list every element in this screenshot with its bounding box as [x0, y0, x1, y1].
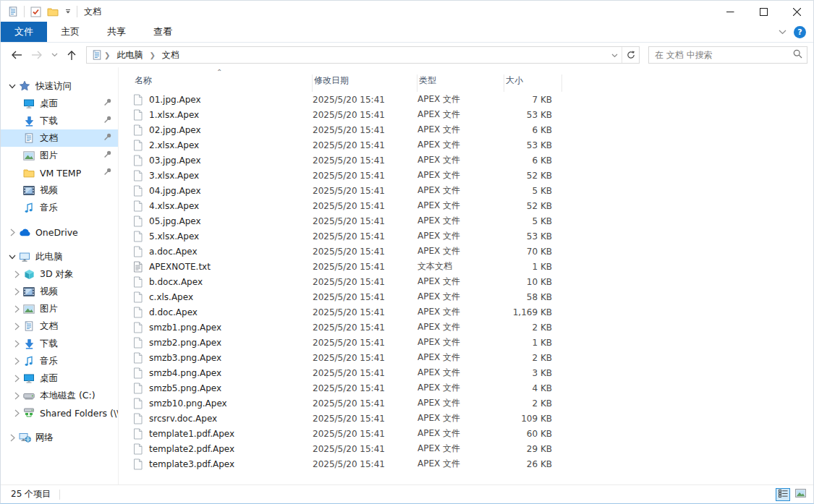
sidebar-item-local-disk-c[interactable]: 本地磁盘 (C:)	[1, 387, 118, 404]
qat-dropdown-arrow-icon[interactable]	[64, 6, 72, 17]
file-icon	[133, 322, 144, 333]
thumbnail-view-icon	[795, 489, 806, 500]
refresh-icon[interactable]	[622, 47, 639, 63]
checkmark-box-icon[interactable]	[30, 6, 41, 17]
breadcrumb-documents[interactable]: 文档	[157, 47, 185, 63]
file-size: 1,169 KB	[504, 307, 556, 317]
file-row[interactable]: 04.jpg.Apex2025/5/20 15:41APEX 文件5 KB	[119, 183, 813, 198]
file-row[interactable]: smzb5.png.Apex2025/5/20 15:41APEX 文件4 KB	[119, 380, 813, 396]
search-icon[interactable]	[793, 49, 802, 61]
file-size: 4 KB	[504, 383, 556, 393]
file-row[interactable]: smzb2.png.Apex2025/5/20 15:41APEX 文件1 KB	[119, 335, 813, 350]
chevron-right-icon[interactable]	[7, 228, 18, 236]
file-row[interactable]: 03.jpg.Apex2025/5/20 15:41APEX 文件6 KB	[119, 153, 813, 168]
column-header-size[interactable]: 大小	[504, 74, 562, 92]
search-input[interactable]	[655, 50, 793, 60]
chevron-right-icon[interactable]	[11, 305, 22, 313]
file-icon	[133, 170, 144, 181]
sidebar-item-3d-objects[interactable]: 3D 对象	[1, 265, 118, 283]
close-button[interactable]	[780, 1, 813, 22]
file-row[interactable]: smzb10.png.Apex2025/5/20 15:41APEX 文件2 K…	[119, 396, 813, 411]
address-bar[interactable]: ❯ 此电脑 ❯ 文档	[86, 46, 640, 64]
help-icon[interactable]: ?	[794, 26, 806, 38]
sidebar-item-quick-access[interactable]: 快速访问	[1, 77, 118, 95]
sidebar-item-network[interactable]: 网络	[1, 429, 118, 446]
chevron-down-icon[interactable]	[7, 255, 18, 260]
breadcrumb-chevron-icon[interactable]: ❯	[148, 51, 156, 59]
sidebar-item-label: 音乐	[40, 202, 58, 214]
folder-icon[interactable]	[47, 6, 59, 17]
sidebar-item-desktop[interactable]: 桌面	[1, 370, 118, 387]
file-icon	[133, 155, 144, 166]
chevron-right-icon[interactable]	[11, 357, 22, 365]
sidebar-item-this-pc[interactable]: 此电脑	[1, 248, 118, 265]
file-row[interactable]: 3.xlsx.Apex2025/5/20 15:41APEX 文件52 KB	[119, 168, 813, 183]
tab-share[interactable]: 共享	[93, 22, 140, 42]
sidebar-item-downloads[interactable]: 下载	[1, 335, 118, 352]
back-button[interactable]	[8, 46, 25, 64]
file-row[interactable]: template1.pdf.Apex2025/5/20 15:41APEX 文件…	[119, 426, 813, 441]
sidebar-item-pictures[interactable]: 图片	[1, 300, 118, 317]
column-header-type[interactable]: 类型	[417, 74, 504, 92]
sidebar-item-onedrive[interactable]: OneDrive	[1, 223, 118, 241]
chevron-right-icon[interactable]	[7, 434, 18, 442]
chevron-right-icon[interactable]	[11, 375, 22, 383]
tab-view[interactable]: 查看	[140, 22, 186, 42]
up-button[interactable]	[63, 46, 80, 64]
sidebar-item-desktop[interactable]: 桌面	[1, 95, 118, 112]
chevron-right-icon[interactable]	[11, 323, 22, 330]
sidebar-item-vm-temp[interactable]: VM TEMP	[1, 164, 118, 181]
file-row[interactable]: APEXNOTE.txt2025/5/20 15:41文本文档1 KB	[119, 259, 813, 274]
column-header-name[interactable]: 名称	[133, 74, 313, 92]
sidebar-item-documents[interactable]: 文档	[1, 317, 118, 335]
sidebar-item-downloads[interactable]: 下载	[1, 112, 118, 129]
chevron-right-icon[interactable]	[11, 288, 22, 296]
file-row[interactable]: 02.jpg.Apex2025/5/20 15:41APEX 文件6 KB	[119, 122, 813, 137]
file-row[interactable]: b.docx.Apex2025/5/20 15:41APEX 文件10 KB	[119, 274, 813, 289]
file-row[interactable]: 4.xlsx.Apex2025/5/20 15:41APEX 文件52 KB	[119, 198, 813, 213]
maximize-button[interactable]	[747, 1, 780, 22]
column-header-date[interactable]: 修改日期	[313, 74, 417, 92]
recent-locations-chevron-icon[interactable]	[48, 46, 60, 64]
collapse-ribbon-chevron-icon[interactable]	[779, 27, 787, 37]
breadcrumb-chevron-icon[interactable]: ❯	[103, 51, 111, 59]
file-name: 02.jpg.Apex	[149, 125, 201, 135]
file-row[interactable]: template3.pdf.Apex2025/5/20 15:41APEX 文件…	[119, 456, 813, 471]
breadcrumb-this-pc[interactable]: 此电脑	[111, 47, 148, 63]
chevron-right-icon[interactable]	[11, 270, 22, 278]
file-row[interactable]: smzb3.png.Apex2025/5/20 15:41APEX 文件2 KB	[119, 350, 813, 365]
minimize-button[interactable]	[713, 1, 747, 22]
file-row[interactable]: srcsrv.doc.Apex2025/5/20 15:41APEX 文件109…	[119, 411, 813, 426]
file-row[interactable]: a.doc.Apex2025/5/20 15:41APEX 文件70 KB	[119, 244, 813, 259]
sidebar-item-videos[interactable]: 视频	[1, 283, 118, 300]
file-row[interactable]: d.doc.Apex2025/5/20 15:41APEX 文件1,169 KB	[119, 304, 813, 320]
sidebar-item-pictures[interactable]: 图片	[1, 147, 118, 164]
file-row[interactable]: c.xls.Apex2025/5/20 15:41APEX 文件58 KB	[119, 289, 813, 304]
file-row[interactable]: 5.xlsx.Apex2025/5/20 15:41APEX 文件53 KB	[119, 228, 813, 244]
file-row[interactable]: template2.pdf.Apex2025/5/20 15:41APEX 文件…	[119, 441, 813, 456]
search-box[interactable]	[648, 46, 807, 64]
forward-button[interactable]	[28, 46, 46, 64]
sidebar-item-shared-folders[interactable]: Shared Folders (\\	[1, 404, 118, 422]
file-row[interactable]: smzb1.png.Apex2025/5/20 15:41APEX 文件2 KB	[119, 320, 813, 335]
file-row[interactable]: smzb4.png.Apex2025/5/20 15:41APEX 文件3 KB	[119, 365, 813, 380]
tab-home[interactable]: 主页	[47, 22, 93, 42]
address-dropdown-chevron-icon[interactable]	[607, 51, 622, 59]
file-row[interactable]: 05.jpg.Apex2025/5/20 15:41APEX 文件5 KB	[119, 213, 813, 228]
sidebar-item-music[interactable]: 音乐	[1, 352, 118, 370]
file-row[interactable]: 2.xlsx.Apex2025/5/20 15:41APEX 文件53 KB	[119, 137, 813, 153]
chevron-right-icon[interactable]	[11, 392, 22, 400]
file-row[interactable]: 01.jpg.Apex2025/5/20 15:41APEX 文件7 KB	[119, 92, 813, 107]
sidebar-item-videos[interactable]: 视频	[1, 181, 118, 199]
file-row[interactable]: 1.xlsx.Apex2025/5/20 15:41APEX 文件53 KB	[119, 107, 813, 122]
thumbnail-view-button[interactable]	[793, 488, 807, 501]
file-type: APEX 文件	[417, 124, 504, 136]
sidebar-item-music[interactable]: 音乐	[1, 199, 118, 216]
chevron-right-icon[interactable]	[11, 340, 22, 348]
details-view-button[interactable]	[776, 488, 790, 501]
tab-file[interactable]: 文件	[1, 22, 47, 42]
chevron-down-icon[interactable]	[7, 84, 18, 89]
chevron-right-icon[interactable]	[11, 409, 22, 417]
sidebar-item-documents[interactable]: 文档	[1, 129, 118, 147]
file-icon	[133, 337, 144, 349]
